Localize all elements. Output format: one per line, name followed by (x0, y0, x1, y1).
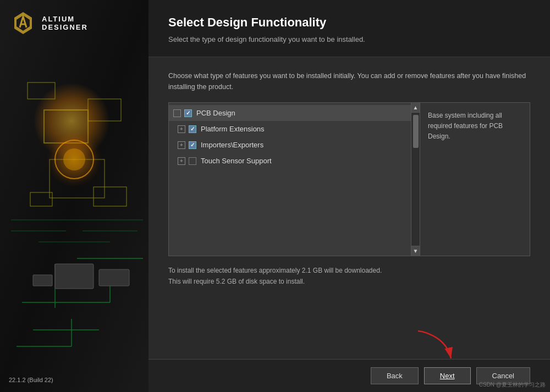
feature-area: PCB Design + Platform Extensions + Impor… (168, 102, 530, 256)
scrollbar-up-button[interactable]: ▲ (411, 103, 420, 113)
svg-point-16 (63, 148, 85, 170)
expand-icon-touch[interactable]: + (178, 157, 185, 165)
svg-rect-8 (44, 110, 88, 143)
feature-description: Base system including all required featu… (420, 103, 530, 256)
version-text: 22.1.2 (Build 22) (9, 377, 53, 383)
scrollbar-thumb[interactable] (413, 115, 419, 148)
scrollbar-down-button[interactable]: ▼ (411, 246, 420, 256)
footer: Back Next Cancel CSDN @夏玉林的学习之路 (148, 359, 550, 392)
feature-label-touch-sensor: Touch Sensor Support (201, 157, 272, 165)
watermark-text: CSDN @夏玉林的学习之路 (479, 381, 546, 389)
feature-item-platform-extensions[interactable]: + Platform Extensions (169, 121, 411, 137)
feature-item-touch-sensor[interactable]: + Touch Sensor Support (169, 153, 411, 169)
sidebar: ALTIUM DESIGNER 22.1.2 (Build 22) (0, 0, 148, 392)
checkbox-touch-sensor[interactable] (189, 157, 196, 165)
page-title: Select Design Functionality (168, 15, 530, 30)
back-button[interactable]: Back (371, 367, 419, 384)
checkbox-pcb-design[interactable] (184, 109, 192, 117)
header: Select Design Functionality Select the t… (148, 0, 550, 57)
instruction-text: Choose what type of features you want to… (168, 70, 530, 92)
feature-list: PCB Design + Platform Extensions + Impor… (169, 103, 420, 256)
logo-text: ALTIUM DESIGNER (42, 15, 88, 31)
expand-icon-pcb[interactable] (173, 109, 181, 117)
expand-icon-platform[interactable]: + (178, 125, 185, 133)
svg-rect-22 (33, 275, 52, 286)
main-content: Select Design Functionality Select the t… (148, 0, 550, 392)
feature-description-text: Base system including all required featu… (428, 112, 503, 140)
altium-logo-icon (10, 10, 36, 36)
download-info: To install the selected features approxi… (168, 265, 530, 288)
logo-area: ALTIUM DESIGNER (10, 10, 88, 36)
svg-rect-23 (99, 269, 129, 286)
feature-label-pcb-design: PCB Design (196, 109, 235, 117)
feature-label-importers-exporters: Importers\Exporters (201, 141, 263, 149)
page-subtitle: Select the type of design functionality … (168, 35, 530, 43)
scrollbar-track: ▲ ▼ (411, 103, 420, 256)
content-body: Choose what type of features you want to… (148, 57, 550, 359)
checkbox-importers-exporters[interactable] (189, 141, 196, 149)
download-info-line1: To install the selected features approxi… (168, 265, 530, 276)
checkbox-platform-extensions[interactable] (189, 125, 196, 133)
feature-item-importers-exporters[interactable]: + Importers\Exporters (169, 137, 411, 153)
expand-icon-importers[interactable]: + (178, 141, 185, 149)
logo-designer: DESIGNER (42, 23, 88, 31)
logo-altium: ALTIUM (42, 15, 88, 23)
download-info-line2: This will require 5.2 GB of disk space t… (168, 276, 530, 287)
feature-item-pcb-design[interactable]: PCB Design (169, 105, 411, 121)
feature-list-container: PCB Design + Platform Extensions + Impor… (169, 103, 420, 256)
next-button[interactable]: Next (424, 367, 471, 384)
feature-label-platform-extensions: Platform Extensions (201, 125, 265, 133)
svg-rect-21 (55, 264, 94, 289)
